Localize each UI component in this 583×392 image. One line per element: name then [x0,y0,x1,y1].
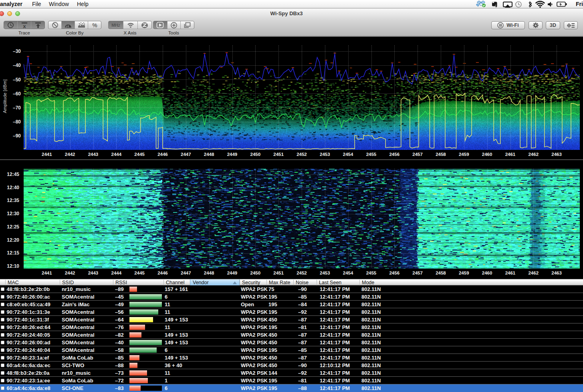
svg-text:MHz: MHz [111,23,120,28]
svg-text:%: % [92,22,97,28]
svg-text:x: x [23,23,26,28]
svg-text:Fri: Fri [576,1,583,7]
